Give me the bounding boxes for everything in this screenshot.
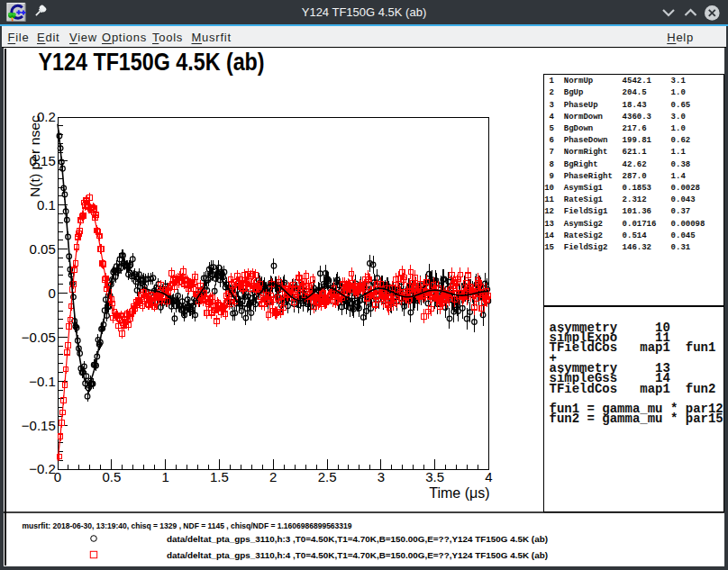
svg-text:3.5: 3.5 (425, 469, 444, 484)
svg-text:4: 4 (485, 469, 492, 484)
svg-text:2: 2 (269, 469, 277, 484)
svg-text:N(t) per nsec: N(t) per nsec (28, 115, 42, 197)
svg-text:0: 0 (48, 285, 55, 301)
svg-text:0.1: 0.1 (37, 197, 56, 213)
svg-text:data/deltat_pta_gps_3110,h:4 ,: data/deltat_pta_gps_3110,h:4 ,T0=4.50K,T… (167, 550, 548, 560)
svg-text:musrfit: 2018-06-30, 13:19:40,: musrfit: 2018-06-30, 13:19:40, chisq = 1… (23, 521, 352, 530)
svg-text:−0.1: −0.1 (29, 374, 56, 389)
svg-text:Y124 TF150G 4.5K (ab): Y124 TF150G 4.5K (ab) (39, 49, 265, 76)
svg-text:Time (μs): Time (μs) (429, 485, 489, 501)
svg-text:1: 1 (161, 469, 168, 484)
svg-text:3: 3 (378, 469, 385, 484)
svg-text:data/deltat_pta_gps_3110,h:3 ,: data/deltat_pta_gps_3110,h:3 ,T0=4.50K,T… (167, 534, 548, 544)
svg-text:−0.15: −0.15 (22, 418, 56, 433)
svg-text:0.05: 0.05 (30, 241, 56, 257)
svg-text:1.5: 1.5 (210, 469, 229, 484)
svg-text:0.5: 0.5 (102, 469, 121, 484)
svg-text:−0.2: −0.2 (29, 461, 56, 476)
svg-text:2.5: 2.5 (318, 469, 337, 484)
svg-text:−0.05: −0.05 (22, 330, 56, 345)
